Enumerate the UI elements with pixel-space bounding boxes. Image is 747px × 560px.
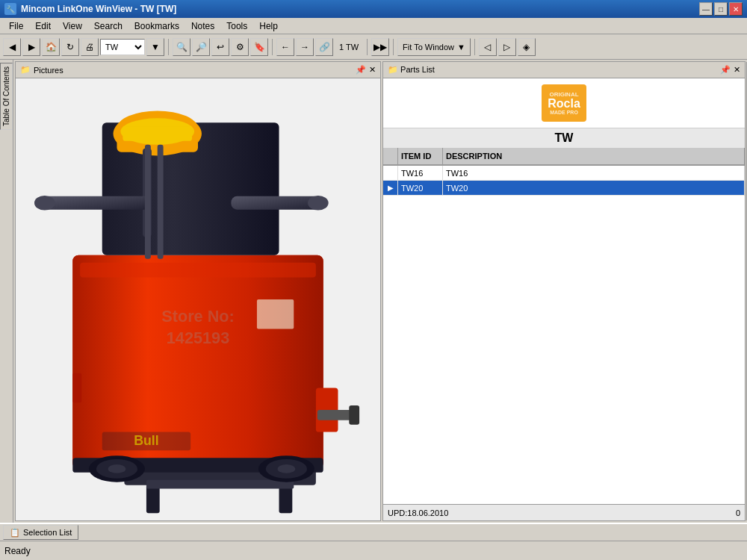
row-itemid-2: TW20	[398, 181, 443, 195]
svg-rect-18	[158, 145, 164, 259]
pictures-panel-header: 📁 Pictures 📌 ✕	[16, 62, 380, 78]
refresh-button[interactable]: ↻	[61, 38, 79, 56]
select-dropdown[interactable]: ▼	[146, 38, 164, 56]
svg-rect-33	[257, 299, 294, 329]
home-button[interactable]: 🏠	[42, 38, 60, 56]
parts-folder-icon: 📁	[388, 65, 398, 74]
svg-rect-13	[43, 196, 150, 210]
title-bar-left: 🔧 Mincom LinkOne WinView - TW [TW]	[4, 3, 176, 15]
fit-to-window-button[interactable]: Fit To Window ▼	[397, 38, 471, 56]
menu-item-help[interactable]: Help	[253, 19, 284, 33]
menu-bar: FileEditViewSearchBookmarksNotesToolsHel…	[0, 18, 747, 34]
row-desc-2: TW20	[443, 181, 745, 195]
bookmark-button[interactable]: 🔖	[250, 38, 268, 56]
title-bar: 🔧 Mincom LinkOne WinView - TW [TW] — □ ✕	[0, 0, 747, 18]
settings-button[interactable]: ⚙	[231, 38, 249, 56]
pictures-panel: 📁 Pictures 📌 ✕	[15, 61, 381, 521]
parts-brand-title: TW	[383, 128, 745, 148]
menu-item-notes[interactable]: Notes	[185, 19, 220, 33]
maximize-button[interactable]: □	[714, 2, 728, 16]
app-icon: 🔧	[4, 3, 16, 15]
svg-point-16	[308, 196, 329, 211]
pictures-body: Bull	[16, 78, 380, 520]
svg-rect-17	[145, 145, 151, 259]
panel-wrapper: Table Of Contents 📁 Pictures 📌 ✕	[0, 60, 747, 523]
parts-status-bar: UPD:18.06.2010 0	[383, 504, 745, 520]
close-button[interactable]: ✕	[729, 2, 743, 16]
svg-rect-3	[146, 480, 294, 489]
pictures-header-left: 📁 Pictures	[20, 65, 63, 75]
status-bar: Ready	[0, 541, 747, 560]
svg-text:Store No:: Store No:	[161, 307, 235, 326]
ready-text: Ready	[4, 546, 31, 556]
arrow-right-button[interactable]: →	[296, 38, 314, 56]
pictures-folder-icon: 📁	[20, 65, 31, 75]
logo-text: Rocla	[548, 98, 580, 110]
menu-item-view[interactable]: View	[57, 19, 88, 33]
nav-count: 1 TW	[335, 43, 363, 52]
extra-btn-1[interactable]: ◁	[479, 38, 497, 56]
bottom-bar: 📋 Selection List	[0, 523, 747, 541]
parts-panel: 📁 Parts List 📌 ✕ ORIGINAL Rocla MADE PRO	[382, 61, 746, 521]
col-header-itemid: ITEM ID	[398, 148, 443, 164]
toolbar-separator-2	[272, 39, 273, 55]
row-arrow-1	[383, 166, 398, 180]
pictures-pin-button[interactable]: 📌	[356, 65, 366, 75]
row-itemid-1: TW16	[398, 166, 443, 180]
back-button[interactable]: ◀	[3, 38, 21, 56]
selection-list-button[interactable]: 📋 Selection List	[3, 525, 78, 540]
svg-point-25	[108, 464, 126, 473]
svg-rect-1	[146, 485, 160, 513]
print-button[interactable]: 🖨	[81, 38, 99, 56]
parts-close-button[interactable]: ✕	[734, 65, 740, 75]
col-header-description: DESCRIPTION	[443, 148, 745, 164]
window-title: Mincom LinkOne WinView - TW [TW]	[21, 4, 176, 14]
menu-item-bookmarks[interactable]: Bookmarks	[128, 19, 185, 33]
selection-list-icon: 📋	[10, 528, 20, 538]
selection-list-label: Selection List	[23, 528, 72, 537]
zoom-in-button[interactable]: 🔍	[173, 38, 190, 56]
svg-rect-32	[72, 373, 81, 402]
parts-count: 0	[736, 508, 740, 517]
pictures-header-controls: 📌 ✕	[356, 65, 376, 75]
parts-panel-header: 📁 Parts List 📌 ✕	[383, 62, 745, 78]
svg-point-28	[278, 464, 296, 473]
svg-rect-11	[123, 126, 192, 141]
menu-item-file[interactable]: File	[3, 19, 29, 33]
svg-text:Bull: Bull	[134, 433, 159, 448]
row-arrow-2: ▶	[383, 181, 398, 195]
arrow-go-button[interactable]: ▶▶	[371, 38, 389, 56]
toolbar-separator-5	[474, 39, 475, 55]
main-content: 📁 Pictures 📌 ✕	[13, 60, 747, 523]
pictures-close-button[interactable]: ✕	[369, 65, 376, 75]
forward-button[interactable]: ▶	[22, 38, 40, 56]
table-row[interactable]: TW16 TW16	[383, 166, 745, 181]
link-button[interactable]: 🔗	[315, 38, 333, 56]
menu-item-search[interactable]: Search	[88, 19, 128, 33]
parts-header-left: 📁 Parts List	[388, 65, 435, 75]
rotate-button[interactable]: ↩	[211, 38, 229, 56]
toolbar-separator-1	[168, 39, 169, 55]
model-select[interactable]: TW	[100, 39, 145, 55]
arrow-left-button[interactable]: ←	[276, 38, 294, 56]
menu-item-edit[interactable]: Edit	[29, 19, 57, 33]
update-date: UPD:18.06.2010	[388, 508, 448, 517]
fit-dropdown-icon: ▼	[457, 43, 465, 52]
svg-point-15	[34, 196, 55, 211]
zoom-out-button[interactable]: 🔎	[192, 38, 210, 56]
forklift-image: Bull	[16, 78, 380, 520]
parts-header-controls: 📌 ✕	[720, 65, 740, 75]
menu-item-tools[interactable]: Tools	[220, 19, 253, 33]
parts-title: Parts List	[400, 65, 435, 74]
toc-label[interactable]: Table Of Contents	[0, 63, 13, 130]
table-row[interactable]: ▶ TW20 TW20	[383, 181, 745, 196]
parts-table-header: ITEM ID DESCRIPTION	[383, 148, 745, 166]
toolbar-separator-3	[367, 39, 368, 55]
svg-rect-19	[80, 263, 316, 278]
extra-btn-3[interactable]: ◈	[518, 38, 536, 56]
minimize-button[interactable]: —	[699, 2, 713, 16]
pictures-title: Pictures	[34, 66, 63, 75]
extra-btn-2[interactable]: ▷	[498, 38, 516, 56]
parts-pin-button[interactable]: 📌	[720, 65, 731, 75]
fit-label: Fit To Window	[403, 43, 454, 52]
